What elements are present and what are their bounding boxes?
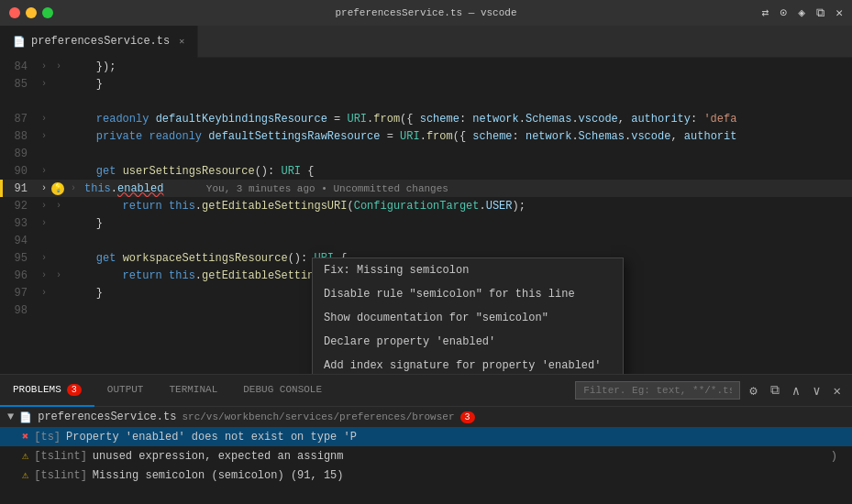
- line-number-87: 87: [0, 113, 37, 126]
- error-icon: ✖: [22, 430, 28, 444]
- fold-arrow-95: ›: [37, 253, 51, 263]
- line-number-85: 85: [0, 78, 37, 91]
- bottom-panel: PROBLEMS 3 OUTPUT TERMINAL DEBUG CONSOLE…: [0, 374, 852, 504]
- qf-item-2[interactable]: Show documentation for "semicolon": [313, 306, 623, 330]
- fold-arrow2-91: ›: [66, 183, 81, 193]
- editor-area: 84 › › }); 85 › } 87 › readonly defaultK…: [0, 58, 852, 374]
- problem-item-1[interactable]: ⚠ [tslint] unused expression, expected a…: [0, 446, 852, 466]
- problem-source-0: [ts]: [34, 431, 61, 444]
- panel-chevron-down-icon[interactable]: ∨: [809, 381, 824, 400]
- panel-chevron-up-icon[interactable]: ∧: [789, 381, 803, 400]
- file-icon: 📄: [13, 36, 26, 48]
- editor-tab[interactable]: 📄 preferencesService.ts ✕: [0, 26, 198, 58]
- tab-terminal[interactable]: TERMINAL: [156, 375, 230, 407]
- minimize-button[interactable]: [26, 7, 37, 18]
- copy-panel-icon[interactable]: ⧉: [767, 381, 783, 400]
- code-93: }: [66, 217, 852, 230]
- toggle-pin-icon[interactable]: ⊙: [780, 5, 788, 20]
- code-line-89: 89: [0, 145, 852, 162]
- output-tab-label: OUTPUT: [107, 384, 144, 395]
- fold-arrow-87: ›: [37, 114, 51, 124]
- code-line-88: 88 › private readonly defaultSettingsRaw…: [0, 127, 852, 145]
- problem-source-2: [tslint]: [34, 469, 87, 482]
- code-line-93: 93 › }: [0, 214, 852, 232]
- code-line-94: 94: [0, 232, 852, 249]
- panel-tab-bar: PROBLEMS 3 OUTPUT TERMINAL DEBUG CONSOLE…: [0, 375, 852, 407]
- qf-item-3[interactable]: Declare property 'enabled': [313, 330, 623, 354]
- qf-item-1[interactable]: Disable rule "semicolon" for this line: [313, 282, 623, 306]
- line-number-88: 88: [0, 130, 37, 143]
- fold-arrow2-92: ›: [51, 201, 66, 211]
- warning-bulb-icon[interactable]: 💡: [51, 182, 64, 195]
- title-icons: ⇄ ⊙ ◈ ⧉ ✕: [762, 5, 843, 20]
- code-85: }: [66, 78, 852, 91]
- line-number-93: 93: [0, 217, 37, 230]
- problem-source-1: [tslint]: [34, 450, 87, 463]
- file-ts-icon: 📄: [19, 411, 32, 423]
- code-84: });: [66, 60, 852, 73]
- line-number-84: 84: [0, 60, 37, 73]
- debug-console-tab-label: DEBUG CONSOLE: [243, 384, 322, 395]
- line-number-90: 90: [0, 165, 37, 178]
- fold-arrow-97: ›: [37, 288, 51, 298]
- filter-settings-icon[interactable]: ⚙: [746, 381, 760, 400]
- problems-tab-label: PROBLEMS: [13, 384, 61, 395]
- code-line-92: 92 › › return this.getEditableSettingsUR…: [0, 197, 852, 214]
- terminal-tab-label: TERMINAL: [169, 384, 217, 395]
- line-number-89: 89: [0, 148, 37, 160]
- tab-output[interactable]: OUTPUT: [94, 375, 157, 407]
- line-number-95: 95: [0, 252, 37, 265]
- close-button[interactable]: [9, 7, 20, 18]
- filter-input[interactable]: [575, 381, 740, 400]
- split-layout-icon[interactable]: ⧉: [816, 6, 824, 20]
- fold-arrow2-84: ›: [51, 61, 66, 71]
- problem-suffix-1: ): [831, 450, 837, 463]
- close-panel-icon[interactable]: ✕: [830, 381, 845, 400]
- tab-bar: 📄 preferencesService.ts ✕: [0, 26, 852, 58]
- problems-filename: preferencesService.ts: [38, 411, 176, 423]
- code-line-85: 85 › }: [0, 75, 852, 93]
- problem-text-1: unused expression, expected an assignm: [93, 450, 825, 463]
- problems-file-header: ▼ 📄 preferencesService.ts src/vs/workben…: [0, 407, 852, 427]
- problem-item-0[interactable]: ✖ [ts] Property 'enabled' does not exist…: [0, 427, 852, 446]
- problems-count-badge: 3: [460, 411, 475, 423]
- problem-text-0: Property 'enabled' does not exist on typ…: [66, 431, 837, 444]
- traffic-lights: [9, 7, 53, 18]
- maximize-button[interactable]: [42, 7, 53, 18]
- problem-item-2[interactable]: ⚠ [tslint] Missing semicolon (semicolon)…: [0, 466, 852, 485]
- fold-arrow-84: ›: [37, 61, 51, 71]
- code-line-86: [0, 93, 852, 110]
- tab-close-icon[interactable]: ✕: [179, 36, 184, 47]
- tab-problems[interactable]: PROBLEMS 3: [0, 375, 94, 407]
- qf-item-0[interactable]: Fix: Missing semicolon: [313, 258, 623, 282]
- code-88: private readonly defaultSettingsRawResou…: [66, 130, 852, 143]
- split-editor-icon[interactable]: ⇄: [762, 5, 769, 20]
- line-number-96: 96: [0, 269, 37, 282]
- fold-arrow-93: ›: [37, 218, 51, 228]
- line-number-92: 92: [0, 200, 37, 213]
- window-title: preferencesService.ts — vscode: [335, 7, 516, 18]
- problems-panel: ▼ 📄 preferencesService.ts src/vs/workben…: [0, 407, 852, 485]
- code-90: get userSettingsResource(): URI {: [66, 165, 852, 178]
- fold-arrow-92: ›: [37, 201, 51, 211]
- line-number-97: 97: [0, 287, 37, 300]
- fold-arrow-88: ›: [37, 131, 51, 141]
- fold-arrow-90: ›: [37, 166, 51, 176]
- code-92: return this.getEditableSettingsURI(Confi…: [66, 200, 852, 213]
- line-number-94: 94: [0, 235, 37, 247]
- problem-text-2: Missing semicolon (semicolon) (91, 15): [93, 469, 837, 482]
- warn-icon-1: ⚠: [22, 449, 28, 463]
- tab-debug-console[interactable]: DEBUG CONSOLE: [230, 375, 335, 407]
- code-line-87: 87 › readonly defaultKeybindingsResource…: [0, 110, 852, 127]
- fold-arrow2-96: ›: [51, 270, 66, 280]
- qf-item-4[interactable]: Add index signature for property 'enable…: [313, 354, 623, 374]
- close-editor-icon[interactable]: ✕: [835, 5, 843, 20]
- problems-filepath: src/vs/workbench/services/preferences/br…: [182, 411, 454, 422]
- code-91: this.enabled You, 3 minutes ago • Uncomm…: [81, 182, 852, 195]
- fold-arrow-96: ›: [37, 270, 51, 280]
- expand-arrow-icon: ▼: [7, 411, 14, 423]
- panel-filter-area: ⚙ ⧉ ∧ ∨ ✕: [575, 381, 845, 400]
- more-actions-icon[interactable]: ◈: [798, 5, 805, 20]
- warn-icon-2: ⚠: [22, 468, 28, 482]
- code-line-91: 91 › 💡 › this.enabled You, 3 minutes ago…: [0, 180, 852, 197]
